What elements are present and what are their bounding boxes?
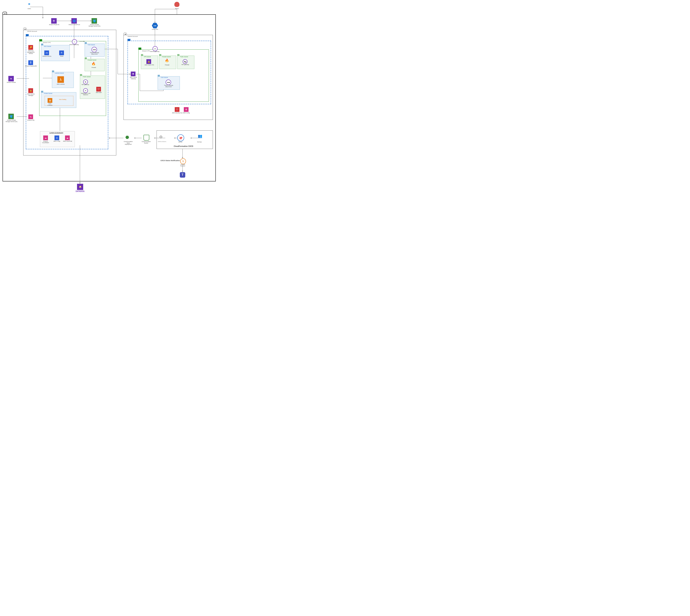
aurora-icon: 🗃 (44, 50, 49, 55)
users-label: Users (25, 8, 33, 9)
admin-label: Admin (173, 8, 181, 9)
github-label: GitHub (176, 141, 184, 143)
shared-account-tab: ☁ (124, 33, 127, 35)
aurora-label: Amazon Aurora (42, 56, 51, 57)
ecs-label: ECS container (46, 103, 54, 106)
shared-tgw-subnet-tab (158, 75, 160, 76)
shared-public-subnet-label: Public Subnet (180, 56, 188, 58)
shared-firewall-icon: 🔥 (164, 59, 170, 63)
waf-label: AWS WAF (94, 92, 103, 93)
gha-label: GitHub Actions (156, 141, 168, 142)
shared-igw-label: Internet gateway (149, 51, 160, 52)
private-subnet-tab (41, 91, 43, 93)
nat-icon: ⇆ (83, 80, 88, 84)
security-hub-icon: 🛡 (175, 107, 179, 112)
prod-account-title: PROD Account (27, 30, 37, 32)
cf-bucket-icon (144, 135, 149, 140)
kinesis-label: Amazon Kinesis (5, 82, 17, 83)
cf-stack-icon: ⬣ (125, 135, 131, 140)
lambda-subnet-label: Lambda Subnet (55, 72, 64, 74)
s3-label: Amazon Simple Storage Service (S3) (87, 24, 102, 27)
admin-icon (174, 2, 179, 7)
users-icon: 👥 (25, 3, 33, 8)
clientvpn-icon: 🔒 (146, 59, 151, 64)
shared-vpc-tab (138, 48, 141, 50)
teams-icon: T (180, 172, 185, 178)
prod-tgw-att-icon: ⊶ (91, 47, 97, 52)
lambda-icon: λ (58, 76, 64, 83)
cloud-vpn-label: Cloud VPN (150, 29, 159, 30)
xray-icon: ◎ (55, 135, 59, 140)
shared-firewall-subnet-label: Firewall Subnet (162, 56, 171, 58)
cloudtrail-label: AWS CloudTrail (63, 140, 73, 142)
cicd-title: CloudFormation CI/CD (169, 145, 198, 147)
clientvpn-label: AWS Client VPN (143, 64, 155, 66)
route53-icon: ⛨ (51, 18, 57, 24)
github-icon: 🐙 (177, 134, 184, 141)
lambda-subnet-tab (52, 70, 54, 72)
kinesis-icon: ≋ (8, 76, 14, 81)
s3-left-label: Amazon Simple Storage Service (S3) (4, 119, 19, 122)
shared-region-tab (128, 39, 130, 41)
shared-public-subnet-tab (177, 54, 179, 56)
cloudtrail-icon: ☁ (65, 135, 70, 140)
redis-label: Redis (58, 56, 66, 57)
vpn-subnet-label: VPN Subnet (144, 56, 151, 58)
autoscale-label: Auto Scaling (58, 99, 67, 100)
devops-label: DevOps (195, 141, 204, 143)
rds-subnet-label: RDS Subnet (44, 46, 51, 47)
shared-account-title: Shared Account (128, 36, 138, 37)
mq-label: Amazon MQ (26, 119, 35, 121)
vpn-subnet-tab (141, 54, 143, 56)
prod-region-tab (26, 34, 29, 36)
prod-igw-icon: ∩ (72, 39, 77, 44)
shared-tgw-att-label: Transit Gateway Attachment (161, 85, 176, 87)
prod-public-subnet-tab (80, 74, 82, 76)
logging-title: Logging & Monitoring (49, 132, 63, 133)
dynamodb-icon: 🗄 (28, 60, 33, 65)
prod-firewall-subnet-tab (85, 58, 87, 59)
prod-tgw-subnet-tab (85, 42, 87, 44)
private-subnet-label: Private Subnet (44, 93, 52, 94)
shared-igw-icon: ∩ (153, 46, 158, 51)
cf-stack-label: CloudFormation Stack Deployment (122, 141, 135, 145)
aws-config-icon: ⚙ (184, 107, 189, 112)
mq-icon: ⇆ (28, 114, 33, 119)
datadog-label: DATADOG (74, 190, 86, 192)
nat-label: NAT gateway (81, 84, 90, 85)
cloudfront-icon: 🌐 (71, 18, 77, 24)
kms-label: AWS Key Management Service (25, 50, 36, 54)
security-hub-label: AWS Security Hub (172, 112, 183, 114)
prod-firewall-label: Firewall (90, 67, 98, 68)
shared-nat-label: NAT gateway (180, 64, 190, 65)
cloudwatch-icon: ☁ (43, 135, 48, 140)
cf-bucket-label: CloudFormation Bucket (140, 141, 152, 144)
waf-icon: 🛡 (96, 87, 101, 91)
prod-tgw-subnet-label: TGW Subnet (88, 44, 95, 45)
lambda-label: AWS Lambda (55, 84, 66, 85)
prod-account-tab: ☁ (23, 28, 26, 30)
aws-config-label: AWS Config (181, 112, 191, 114)
shared-nat-icon: ⇆ (183, 59, 188, 64)
prod-vpc-title: Shared VPC (43, 42, 51, 43)
shared-tgw-att-icon: ⊶ (166, 80, 171, 85)
transit-gateway-icon: ✱ (131, 71, 135, 76)
dynamodb-label: Amazon DynamoDB (25, 65, 37, 67)
architecture-diagram: 👥 Users Admin ☁ ⛨ Amazon Route 53 🌐 Amaz… (0, 0, 218, 195)
s3-icon: 🪣 (91, 18, 97, 24)
cicd-status-label: CI/CD Status Notification (156, 160, 180, 162)
datadog-icon: 🐶 (77, 184, 83, 190)
cloudwatch-label: Amazon CloudWatch (40, 140, 51, 143)
cicd-lambda-label: Lambda Function (178, 164, 187, 167)
prod-firewall-icon: 🔥 (91, 62, 96, 66)
prod-firewall-subnet-label: Firewall Subnet (88, 59, 96, 61)
prod-public-subnet-label: Public Subnet (83, 76, 91, 78)
redis-icon: R (59, 50, 64, 55)
kms-icon: 🔑 (28, 45, 33, 50)
shared-firewall-subnet-tab (159, 54, 161, 56)
transit-gateway-label: AWS Transit Gateway (127, 76, 139, 79)
cloudfront-label: Amazon CloudFront (68, 24, 81, 25)
route53-label: Amazon Route 53 (48, 24, 61, 25)
secrets-label: AWS Secrets Manager (25, 93, 36, 96)
secrets-icon: 🔒 (28, 88, 33, 93)
